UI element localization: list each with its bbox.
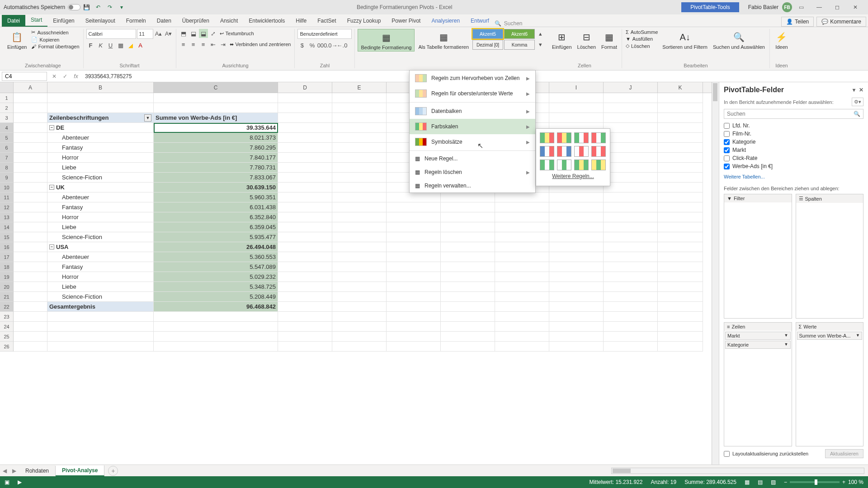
cell[interactable] bbox=[14, 342, 47, 352]
cell-style-akzent5[interactable]: Akzent5 bbox=[472, 29, 503, 39]
cell[interactable] bbox=[332, 192, 387, 202]
cell[interactable] bbox=[387, 272, 441, 282]
cell[interactable] bbox=[495, 262, 549, 272]
cell[interactable] bbox=[278, 93, 332, 103]
cell[interactable] bbox=[604, 332, 658, 342]
font-color-icon[interactable]: A bbox=[136, 41, 145, 50]
row-header-16[interactable]: 16 bbox=[0, 242, 14, 252]
field-search[interactable]: 🔍 bbox=[724, 109, 863, 119]
tab-power-pivot[interactable]: Power Pivot bbox=[386, 15, 426, 27]
tab-hilfe[interactable]: Hilfe bbox=[290, 15, 312, 27]
cell[interactable] bbox=[14, 93, 47, 103]
cell[interactable] bbox=[278, 113, 332, 123]
cell[interactable] bbox=[549, 312, 604, 322]
zoom-control[interactable]: − + 100 % bbox=[784, 479, 863, 485]
cell[interactable] bbox=[14, 292, 47, 302]
area-values[interactable]: ΣWerte Summe von Werbe-A...▼ bbox=[796, 322, 864, 446]
cell[interactable] bbox=[387, 342, 441, 352]
cell[interactable] bbox=[332, 133, 387, 143]
cf-color-scales[interactable]: Farbskalen▶ bbox=[410, 119, 535, 134]
cell[interactable] bbox=[14, 212, 47, 222]
redo-icon[interactable]: ↷ bbox=[106, 3, 114, 11]
field-item[interactable]: Film-Nr. bbox=[724, 131, 863, 137]
cell[interactable] bbox=[332, 322, 387, 332]
cell[interactable]: 26.494.048 bbox=[154, 242, 278, 252]
cell[interactable] bbox=[549, 252, 604, 262]
field-checkbox[interactable] bbox=[724, 123, 730, 129]
cell[interactable] bbox=[549, 103, 604, 113]
cell[interactable] bbox=[387, 212, 441, 222]
cell[interactable] bbox=[332, 153, 387, 163]
cell[interactable] bbox=[278, 332, 332, 342]
format-painter-button[interactable]: 🖌Format übertragen bbox=[30, 43, 80, 50]
cell[interactable] bbox=[604, 272, 658, 282]
cell[interactable]: Horror bbox=[47, 212, 154, 222]
cell[interactable]: 5.360.553 bbox=[154, 252, 278, 262]
tab-einfuegen[interactable]: Einfügen bbox=[47, 15, 80, 27]
field-checkbox[interactable] bbox=[724, 139, 730, 145]
select-all-corner[interactable] bbox=[0, 82, 14, 93]
pill-dropdown-icon[interactable]: ▼ bbox=[856, 333, 860, 338]
cell[interactable] bbox=[441, 202, 495, 212]
row-header-14[interactable]: 14 bbox=[0, 222, 14, 232]
underline-icon[interactable]: U bbox=[106, 41, 115, 50]
cell[interactable] bbox=[14, 282, 47, 292]
cell[interactable] bbox=[14, 163, 47, 173]
fill-button[interactable]: ▼Ausfüllen bbox=[625, 36, 659, 42]
cell[interactable] bbox=[278, 192, 332, 202]
align-right-icon[interactable]: ≡ bbox=[199, 40, 208, 49]
row-header-15[interactable]: 15 bbox=[0, 232, 14, 242]
cell[interactable] bbox=[14, 143, 47, 153]
cell[interactable] bbox=[495, 252, 549, 262]
cell[interactable] bbox=[278, 252, 332, 262]
cell[interactable] bbox=[278, 282, 332, 292]
cell[interactable] bbox=[14, 113, 47, 123]
cell-style-komma[interactable]: Komma bbox=[504, 40, 535, 50]
cell[interactable] bbox=[332, 212, 387, 222]
row-header-2[interactable]: 2 bbox=[0, 103, 14, 113]
cell[interactable] bbox=[658, 103, 703, 113]
cell[interactable] bbox=[332, 163, 387, 173]
cell[interactable] bbox=[278, 202, 332, 212]
cell[interactable] bbox=[278, 262, 332, 272]
cell[interactable] bbox=[658, 332, 703, 342]
col-header-K[interactable]: K bbox=[658, 82, 703, 93]
share-button[interactable]: 👤Teilen bbox=[781, 17, 814, 27]
cell[interactable]: Gesamtergebnis bbox=[47, 302, 154, 312]
tab-entwurf[interactable]: Entwurf bbox=[465, 15, 495, 27]
cell[interactable] bbox=[14, 322, 47, 332]
cell-style-dezimal[interactable]: Dezimal [0] bbox=[472, 40, 503, 50]
cell[interactable]: 7.833.067 bbox=[154, 173, 278, 183]
tab-ansicht[interactable]: Ansicht bbox=[215, 15, 243, 27]
cell[interactable]: 6.031.438 bbox=[154, 202, 278, 212]
cell[interactable] bbox=[604, 143, 658, 153]
cell[interactable]: Liebe bbox=[47, 163, 154, 173]
tab-factset[interactable]: FactSet bbox=[312, 15, 341, 27]
cell[interactable] bbox=[47, 312, 154, 322]
row-header-26[interactable]: 26 bbox=[0, 342, 14, 352]
field-checkbox[interactable] bbox=[724, 131, 730, 137]
tell-me-search[interactable]: 🔍 Suchen bbox=[495, 20, 523, 27]
more-color-scale-rules[interactable]: Weitere Regeln... bbox=[540, 170, 606, 182]
col-header-I[interactable]: I bbox=[549, 82, 604, 93]
cell[interactable] bbox=[604, 212, 658, 222]
color-scale-swatch[interactable] bbox=[540, 146, 554, 157]
row-header-21[interactable]: 21 bbox=[0, 292, 14, 302]
cell[interactable] bbox=[387, 282, 441, 292]
number-format-dropdown[interactable]: Benutzerdefiniert bbox=[297, 29, 352, 39]
cell[interactable] bbox=[441, 212, 495, 222]
cell[interactable] bbox=[441, 192, 495, 202]
bold-icon[interactable]: F bbox=[86, 41, 95, 50]
cell[interactable] bbox=[47, 93, 154, 103]
cell[interactable]: 39.335.644 bbox=[154, 123, 278, 133]
tab-daten[interactable]: Daten bbox=[151, 15, 177, 27]
cell[interactable] bbox=[154, 342, 278, 352]
cell[interactable] bbox=[441, 322, 495, 332]
cell[interactable] bbox=[658, 282, 703, 292]
color-scale-swatch[interactable] bbox=[591, 146, 606, 157]
cell[interactable]: 5.547.089 bbox=[154, 262, 278, 272]
cell[interactable]: −DE bbox=[47, 123, 154, 133]
cell[interactable] bbox=[154, 103, 278, 113]
row-header-3[interactable]: 3 bbox=[0, 113, 14, 123]
cell[interactable] bbox=[14, 133, 47, 143]
